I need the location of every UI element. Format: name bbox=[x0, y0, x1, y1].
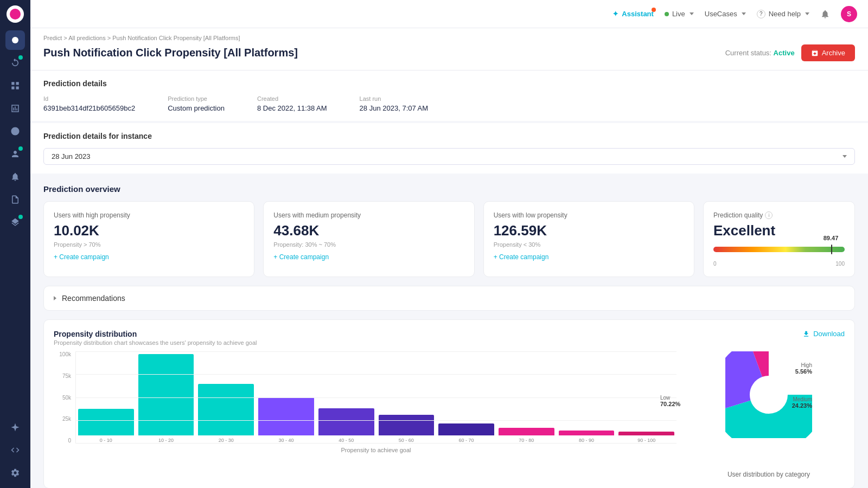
low-value: 126.59K bbox=[494, 222, 684, 239]
quality-bar-container: 89.47 bbox=[713, 247, 845, 252]
page-title: Push Notification Click Propensity [All … bbox=[43, 47, 298, 59]
sidebar-item-refresh[interactable] bbox=[5, 53, 25, 73]
medium-value: 43.68K bbox=[273, 222, 464, 239]
distribution-title-area: Propensity distribution Propensity distr… bbox=[54, 330, 257, 346]
usecases-btn[interactable]: UseCases bbox=[705, 10, 746, 18]
svg-rect-1 bbox=[11, 82, 14, 85]
bar-label-90-100: 90 - 100 bbox=[637, 438, 655, 443]
type-label: Prediction type bbox=[168, 95, 225, 102]
svg-point-0 bbox=[12, 37, 18, 43]
page-title-row: Push Notification Click Propensity [All … bbox=[43, 44, 855, 61]
page-content: Predict > All predictions > Push Notific… bbox=[30, 28, 868, 488]
high-percentage: 5.56% bbox=[795, 368, 812, 375]
dist-subtitle: Propensity distribution chart showcases … bbox=[54, 339, 257, 346]
bar-chart-area: 100k 75k 50k 25k 0 bbox=[54, 351, 676, 478]
notification-btn[interactable] bbox=[820, 9, 830, 19]
bar-rect-40-50 bbox=[318, 408, 374, 435]
sidebar-item-home[interactable] bbox=[5, 30, 25, 50]
prediction-details-section: Prediction details Id 6391beb314df21b605… bbox=[30, 70, 868, 123]
distribution-header: Propensity distribution Propensity distr… bbox=[54, 330, 845, 346]
sidebar-item-document[interactable] bbox=[5, 190, 25, 209]
medium-sub: Propensity: 30% ~ 70% bbox=[273, 241, 464, 248]
help-btn[interactable]: ? Need help bbox=[757, 10, 809, 18]
download-button[interactable]: Download bbox=[802, 330, 845, 338]
distribution-section: Propensity distribution Propensity distr… bbox=[43, 319, 855, 488]
quality-label: Prediction quality i bbox=[713, 211, 845, 219]
low-create-campaign[interactable]: + Create campaign bbox=[494, 253, 684, 261]
dist-title: Propensity distribution bbox=[54, 330, 257, 338]
live-label: Live bbox=[672, 10, 685, 18]
y-axis: 100k 75k 50k 25k 0 bbox=[54, 351, 75, 444]
assistant-btn[interactable]: ✦ Assistant bbox=[612, 10, 654, 18]
status-area: Current status: Active Archive bbox=[725, 44, 855, 61]
rec-header[interactable]: Recommendations bbox=[54, 294, 845, 303]
last-run-label: Last run bbox=[360, 95, 428, 102]
instance-title: Prediction details for instance bbox=[43, 132, 855, 140]
help-label: Need help bbox=[769, 10, 801, 18]
created-value: 8 Dec 2022, 11:38 AM bbox=[257, 104, 327, 112]
sidebar-item-settings[interactable] bbox=[5, 463, 25, 483]
high-create-campaign[interactable]: + Create campaign bbox=[54, 253, 244, 261]
charts-container: 100k 75k 50k 25k 0 bbox=[54, 351, 845, 478]
bar-label-80-90: 80 - 90 bbox=[579, 438, 594, 443]
quality-min: 0 bbox=[713, 261, 717, 267]
sidebar-item-notification[interactable] bbox=[5, 167, 25, 187]
sidebar-item-sparkle[interactable] bbox=[5, 418, 25, 437]
type-value: Custom prediction bbox=[168, 104, 225, 112]
sidebar-item-code[interactable] bbox=[5, 440, 25, 460]
sidebar-item-layers[interactable] bbox=[5, 213, 25, 232]
rec-title: Recommendations bbox=[62, 294, 125, 303]
sidebar bbox=[0, 0, 30, 488]
sidebar-item-grid[interactable] bbox=[5, 76, 25, 95]
usecases-chevron bbox=[742, 12, 746, 15]
sidebar-item-users[interactable] bbox=[5, 144, 25, 164]
live-indicator[interactable]: Live bbox=[665, 10, 694, 18]
instance-date-select[interactable]: 28 Jun 2023 bbox=[43, 148, 855, 165]
details-grid: Id 6391beb314df21b605659bc2 Prediction t… bbox=[43, 95, 855, 112]
medium-percentage: 24.23% bbox=[660, 402, 812, 409]
detail-created: Created 8 Dec 2022, 11:38 AM bbox=[257, 95, 327, 112]
archive-label: Archive bbox=[822, 49, 845, 57]
medium-create-campaign[interactable]: + Create campaign bbox=[273, 253, 464, 261]
assistant-label: Assistant bbox=[622, 10, 654, 18]
help-icon: ? bbox=[757, 10, 765, 18]
bar-label-60-70: 60 - 70 bbox=[459, 438, 474, 443]
overview-cards: Users with high propensity 10.02K Propen… bbox=[43, 201, 855, 277]
low-category-label: Low bbox=[660, 395, 680, 401]
medium-label-area: Medium 24.23% bbox=[660, 396, 812, 409]
download-label: Download bbox=[813, 330, 845, 338]
page-header: Predict > All predictions > Push Notific… bbox=[30, 28, 868, 70]
bar-rect-10-20 bbox=[138, 354, 194, 435]
bar-rect-60-70 bbox=[438, 423, 494, 435]
sidebar-item-chart[interactable] bbox=[5, 99, 25, 118]
detail-type: Prediction type Custom prediction bbox=[168, 95, 225, 112]
app-logo[interactable] bbox=[7, 5, 24, 23]
sidebar-item-pie[interactable] bbox=[5, 121, 25, 141]
user-avatar[interactable]: S bbox=[841, 6, 857, 22]
overview-section: Prediction overview Users with high prop… bbox=[30, 176, 868, 286]
created-label: Created bbox=[257, 95, 327, 102]
y-label-75k: 75k bbox=[62, 373, 71, 379]
bar-chart: 100k 75k 50k 25k 0 bbox=[54, 351, 676, 460]
id-label: Id bbox=[43, 95, 135, 102]
low-propensity-card: Users with low propensity 126.59K Propen… bbox=[483, 201, 694, 277]
y-label-0: 0 bbox=[68, 438, 71, 444]
quality-marker: 89.47 bbox=[831, 245, 832, 254]
instance-date-value: 28 Jun 2023 bbox=[52, 152, 91, 160]
live-chevron bbox=[690, 12, 694, 15]
status-label: Current status: Active bbox=[725, 49, 795, 57]
assistant-icon: ✦ bbox=[612, 10, 618, 18]
quality-info-icon: i bbox=[765, 211, 773, 219]
live-dot bbox=[665, 12, 669, 16]
bar-rect-90-100 bbox=[618, 432, 674, 435]
detail-id: Id 6391beb314df21b605659bc2 bbox=[43, 95, 135, 112]
archive-button[interactable]: Archive bbox=[801, 44, 855, 61]
detail-last-run: Last run 28 Jun 2023, 7:07 AM bbox=[360, 95, 428, 112]
last-run-value: 28 Jun 2023, 7:07 AM bbox=[360, 104, 428, 112]
quality-bar bbox=[713, 247, 845, 252]
high-label: Users with high propensity bbox=[54, 211, 244, 219]
high-propensity-card: Users with high propensity 10.02K Propen… bbox=[43, 201, 254, 277]
main-content: ✦ Assistant Live UseCases ? Need help bbox=[30, 0, 868, 488]
high-value: 10.02K bbox=[54, 222, 244, 239]
bar-label-20-30: 20 - 30 bbox=[219, 438, 234, 443]
